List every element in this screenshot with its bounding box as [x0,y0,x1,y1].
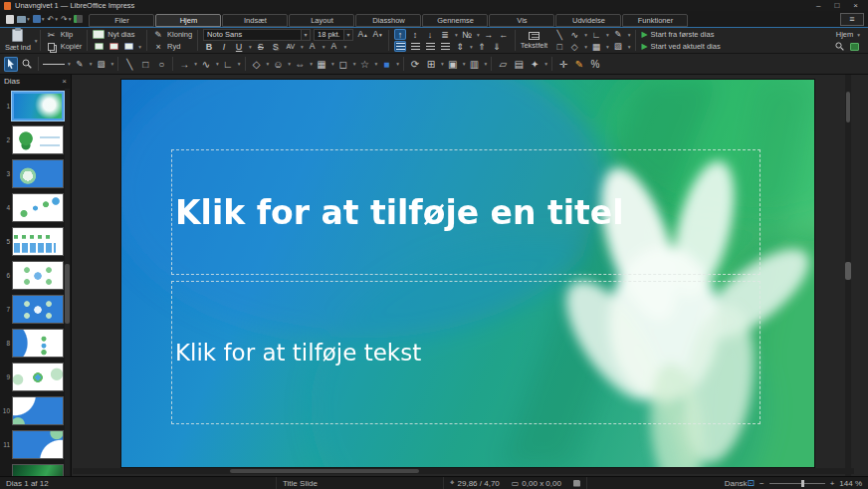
underline-button[interactable]: U [233,41,245,52]
line-tool-button[interactable]: ╲ [122,57,136,72]
layout-name-status[interactable]: Title Slide [277,477,444,489]
slide-thumbnail-9[interactable]: 9 [0,360,72,393]
fontwork-button[interactable]: % [588,57,602,72]
slide-canvas[interactable]: Klik for at tilføje en titel Klik for at… [121,80,814,467]
arrow-shapes-button[interactable]: ⇔ [293,57,307,72]
arrow-tool-button[interactable]: → [177,57,191,72]
slide-thumbnail-11[interactable]: 11 [0,427,72,461]
slide-layout-dropdown[interactable]: ▾ [138,44,141,50]
delete-slide-button[interactable] [108,41,119,52]
indent-less-button[interactable]: ← [498,29,510,40]
find-replace-button[interactable] [833,41,845,52]
numbering-button[interactable]: № [461,29,473,40]
text-shadow-button[interactable]: S [270,41,282,52]
close-button[interactable]: × [853,2,858,10]
italic-button[interactable]: I [218,41,230,52]
shadow-toggle-button[interactable]: ▱ [496,57,510,72]
line-spacing-button[interactable]: ⇕ [454,41,466,52]
symbol-shapes-button[interactable]: ☺ [271,57,285,72]
tab-funktioner[interactable]: Funktioner [622,14,688,27]
body-placeholder[interactable]: Klik for at tilføje tekst [171,281,760,424]
duplicate-slide-button[interactable] [93,41,105,52]
tab-diasshow[interactable]: Diasshow [355,14,421,27]
panel-close-icon[interactable]: × [62,77,67,86]
align-left-button[interactable] [394,41,406,52]
insert-rectangle-button[interactable]: □ [553,41,565,52]
arrange-button[interactable]: ▣ [446,57,460,72]
save-button[interactable]: ▾ [33,15,45,23]
slide-thumbnail-3[interactable]: 3 [0,156,72,190]
panel-scrollbar[interactable] [65,89,70,476]
spacing-decrease-button[interactable]: ⇓ [491,41,503,52]
valign-center-button[interactable]: ↕ [409,29,421,40]
align-right-button[interactable] [424,41,436,52]
font-size-combobox[interactable]: 18 pkt. ▾ [314,29,353,41]
bullets-dropdown[interactable]: ▾ [455,32,458,38]
ellipse-tool-button[interactable]: ○ [154,57,168,72]
spacing-increase-button[interactable]: ⇑ [476,41,488,52]
horizontal-scrollbar[interactable] [73,468,854,474]
gluepoints-button[interactable]: ✎ [572,57,586,72]
fill-color-button2[interactable]: ▨ [95,57,108,72]
menubar-toggle-button[interactable]: ≡ [840,13,864,26]
line-spacing-dropdown[interactable]: ▾ [470,44,473,50]
align-objects-button[interactable]: ⊞ [424,57,438,72]
zoom-in-button[interactable]: + [830,479,835,488]
slide-thumbnail-4[interactable]: 4 [0,190,72,224]
tab-filer[interactable]: Filer [89,14,154,27]
bullets-button[interactable]: ≣ [439,29,451,40]
paste-dropdown[interactable]: ▾ [35,38,38,44]
3d-objects-button[interactable]: ■ [379,57,393,72]
insert-line-button[interactable]: ╲ [553,29,565,40]
new-document-button[interactable] [6,15,14,24]
slide-layout-button[interactable] [122,41,134,52]
insert-textbox-button[interactable]: Tekstfelt [518,28,551,53]
slide-thumbnail-2[interactable]: 2 [0,122,72,156]
insert-connector-button[interactable]: ∟ [590,29,602,40]
select-tool-button[interactable] [4,57,18,72]
vertical-scrollbar[interactable] [845,75,851,476]
tab-layout[interactable]: Layout [289,14,354,27]
align-center-button[interactable] [409,41,421,52]
slide-thumbnail-8[interactable]: 8 [0,326,72,360]
title-placeholder[interactable]: Klik for at tilføje en titel [171,149,760,275]
print-button[interactable] [74,15,83,23]
undo-button[interactable]: ↶▾ [48,15,58,24]
bold-button[interactable]: B [203,41,215,52]
font-name-dropdown[interactable]: ▾ [301,30,310,40]
open-button[interactable]: ▾ [17,16,30,23]
highlight-color-button[interactable]: A [307,41,319,52]
line-color-button[interactable]: ✎ [612,29,624,40]
slide-thumbnail-7[interactable]: 7 [0,292,72,326]
strikethrough-button[interactable]: S [255,41,267,52]
star-shapes-button[interactable]: ☆ [357,57,371,72]
character-spacing-dropdown[interactable]: ▾ [301,44,304,50]
line-color-button2[interactable]: ✎ [73,57,87,72]
redo-button[interactable]: ↷▾ [61,15,71,24]
character-spacing-button[interactable]: AV [285,41,297,52]
slide-thumbnail-6[interactable]: 6 [0,258,72,292]
rectangle-tool-button[interactable]: □ [138,57,152,72]
insert-curve-button[interactable]: ∿ [568,29,580,40]
line-style-button[interactable] [43,57,65,72]
fit-slide-icon[interactable]: ⊡ [747,478,755,488]
maximize-button[interactable]: □ [834,2,839,10]
sidebar-toggle-grip[interactable] [845,262,851,280]
rotate-button[interactable]: ⟳ [408,57,422,72]
start-first-slide-button[interactable]: ▶ Start fra første dias [641,29,720,40]
start-current-slide-button[interactable]: ▶ Start ved aktuelt dias [641,41,720,52]
tab-hjem[interactable]: Hjem [155,14,221,27]
slide-thumbnail-12[interactable]: 12 [0,461,72,476]
edit-points-button[interactable]: ✛ [556,57,570,72]
clear-formatting-button[interactable]: × Ryd [152,41,192,52]
image-filter-button[interactable]: ✦ [528,57,542,72]
highlight-color-dropdown[interactable]: ▾ [323,44,326,50]
cut-button[interactable]: ✂ Klip [46,29,83,40]
tab-indsaet[interactable]: Indsæt [222,14,288,27]
tab-vis[interactable]: Vis [489,14,554,27]
new-slide-button[interactable]: Nyt dias [93,29,141,40]
align-justify-button[interactable] [439,41,451,52]
valign-bottom-button[interactable]: ↓ [424,29,436,40]
grow-font-button[interactable]: A▴ [356,29,368,40]
font-color-dropdown[interactable]: ▾ [343,44,346,50]
